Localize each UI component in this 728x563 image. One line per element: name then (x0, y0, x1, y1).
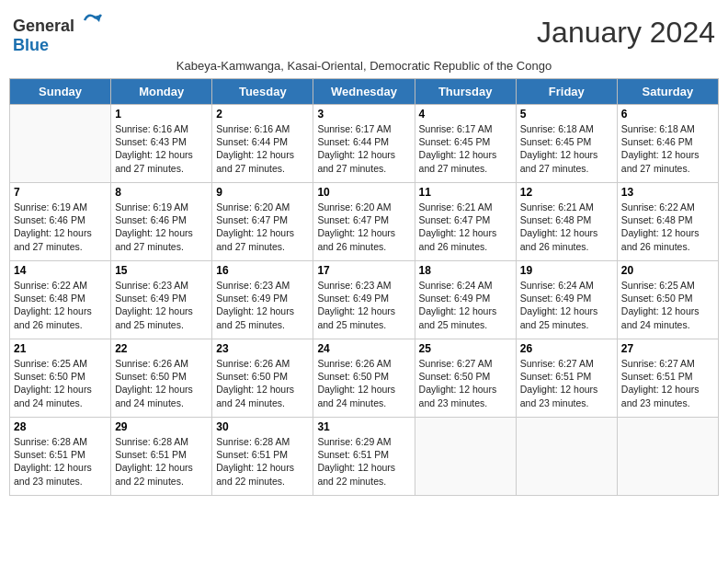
day-number: 13 (621, 186, 714, 199)
calendar-cell: 12Sunrise: 6:21 AM Sunset: 6:48 PM Dayli… (516, 183, 617, 261)
day-info: Sunrise: 6:24 AM Sunset: 6:49 PM Dayligh… (419, 279, 512, 331)
calendar-cell: 25Sunrise: 6:27 AM Sunset: 6:50 PM Dayli… (415, 339, 516, 418)
calendar-cell: 8Sunrise: 6:19 AM Sunset: 6:46 PM Daylig… (111, 183, 212, 261)
day-info: Sunrise: 6:26 AM Sunset: 6:50 PM Dayligh… (216, 357, 309, 409)
day-number: 2 (216, 108, 309, 121)
day-number: 7 (14, 186, 107, 199)
day-number: 16 (216, 264, 309, 277)
calendar-week-3: 14Sunrise: 6:22 AM Sunset: 6:48 PM Dayli… (10, 261, 719, 339)
logo-icon (81, 9, 103, 31)
calendar-cell: 3Sunrise: 6:17 AM Sunset: 6:44 PM Daylig… (313, 105, 415, 183)
logo-blue: Blue (13, 36, 49, 54)
calendar-cell: 4Sunrise: 6:17 AM Sunset: 6:45 PM Daylig… (415, 105, 516, 183)
calendar-cell: 16Sunrise: 6:23 AM Sunset: 6:49 PM Dayli… (212, 261, 313, 339)
day-number: 9 (216, 186, 309, 199)
day-number: 24 (317, 342, 410, 355)
calendar-cell: 13Sunrise: 6:22 AM Sunset: 6:48 PM Dayli… (617, 183, 718, 261)
day-number: 22 (115, 342, 208, 355)
calendar-cell (10, 105, 111, 183)
day-info: Sunrise: 6:28 AM Sunset: 6:51 PM Dayligh… (115, 435, 208, 488)
calendar-cell: 1Sunrise: 6:16 AM Sunset: 6:43 PM Daylig… (111, 105, 212, 183)
calendar-cell: 19Sunrise: 6:24 AM Sunset: 6:49 PM Dayli… (516, 261, 617, 339)
calendar-cell: 18Sunrise: 6:24 AM Sunset: 6:49 PM Dayli… (415, 261, 516, 339)
day-info: Sunrise: 6:28 AM Sunset: 6:51 PM Dayligh… (14, 435, 107, 488)
day-info: Sunrise: 6:27 AM Sunset: 6:51 PM Dayligh… (520, 357, 613, 409)
calendar-cell: 11Sunrise: 6:21 AM Sunset: 6:47 PM Dayli… (415, 183, 516, 261)
day-info: Sunrise: 6:20 AM Sunset: 6:47 PM Dayligh… (216, 201, 309, 253)
calendar-cell: 6Sunrise: 6:18 AM Sunset: 6:46 PM Daylig… (617, 105, 718, 183)
calendar-cell: 30Sunrise: 6:28 AM Sunset: 6:51 PM Dayli… (212, 418, 313, 496)
day-header-tuesday: Tuesday (212, 79, 313, 105)
day-number: 8 (115, 186, 208, 199)
calendar-cell: 17Sunrise: 6:23 AM Sunset: 6:49 PM Dayli… (313, 261, 415, 339)
day-info: Sunrise: 6:16 AM Sunset: 6:44 PM Dayligh… (216, 122, 309, 175)
day-info: Sunrise: 6:20 AM Sunset: 6:47 PM Dayligh… (317, 201, 410, 253)
logo: General Blue (13, 9, 103, 55)
day-info: Sunrise: 6:23 AM Sunset: 6:49 PM Dayligh… (216, 279, 309, 331)
header: General Blue January 2024 (9, 9, 719, 55)
day-number: 19 (520, 264, 613, 277)
day-header-saturday: Saturday (617, 79, 718, 105)
day-info: Sunrise: 6:16 AM Sunset: 6:43 PM Dayligh… (115, 122, 208, 175)
day-info: Sunrise: 6:21 AM Sunset: 6:48 PM Dayligh… (520, 201, 613, 253)
calendar-cell: 31Sunrise: 6:29 AM Sunset: 6:51 PM Dayli… (313, 418, 415, 496)
day-header-wednesday: Wednesday (313, 79, 415, 105)
day-number: 23 (216, 342, 309, 355)
calendar-cell (415, 418, 516, 496)
day-info: Sunrise: 6:26 AM Sunset: 6:50 PM Dayligh… (115, 357, 208, 409)
calendar-cell: 5Sunrise: 6:18 AM Sunset: 6:45 PM Daylig… (516, 105, 617, 183)
calendar-cell: 29Sunrise: 6:28 AM Sunset: 6:51 PM Dayli… (111, 418, 212, 496)
day-number: 10 (317, 186, 410, 199)
day-info: Sunrise: 6:23 AM Sunset: 6:49 PM Dayligh… (115, 279, 208, 331)
calendar-cell: 23Sunrise: 6:26 AM Sunset: 6:50 PM Dayli… (212, 339, 313, 418)
day-number: 6 (621, 108, 714, 121)
day-number: 17 (317, 264, 410, 277)
day-info: Sunrise: 6:23 AM Sunset: 6:49 PM Dayligh… (317, 279, 410, 331)
calendar-cell: 26Sunrise: 6:27 AM Sunset: 6:51 PM Dayli… (516, 339, 617, 418)
day-number: 1 (115, 108, 208, 121)
day-info: Sunrise: 6:27 AM Sunset: 6:51 PM Dayligh… (621, 357, 714, 409)
day-info: Sunrise: 6:22 AM Sunset: 6:48 PM Dayligh… (621, 201, 714, 253)
day-header-friday: Friday (516, 79, 617, 105)
calendar-cell: 27Sunrise: 6:27 AM Sunset: 6:51 PM Dayli… (617, 339, 718, 418)
day-number: 29 (115, 420, 208, 433)
day-info: Sunrise: 6:29 AM Sunset: 6:51 PM Dayligh… (317, 435, 410, 488)
calendar-cell (617, 418, 718, 496)
day-info: Sunrise: 6:26 AM Sunset: 6:50 PM Dayligh… (317, 357, 410, 409)
day-number: 14 (14, 264, 107, 277)
calendar-cell: 9Sunrise: 6:20 AM Sunset: 6:47 PM Daylig… (212, 183, 313, 261)
day-info: Sunrise: 6:19 AM Sunset: 6:46 PM Dayligh… (14, 201, 107, 253)
day-number: 20 (621, 264, 714, 277)
calendar-cell: 7Sunrise: 6:19 AM Sunset: 6:46 PM Daylig… (10, 183, 111, 261)
day-header-sunday: Sunday (10, 79, 111, 105)
day-info: Sunrise: 6:25 AM Sunset: 6:50 PM Dayligh… (621, 279, 714, 331)
day-info: Sunrise: 6:25 AM Sunset: 6:50 PM Dayligh… (14, 357, 107, 409)
calendar-week-5: 28Sunrise: 6:28 AM Sunset: 6:51 PM Dayli… (10, 418, 719, 496)
day-info: Sunrise: 6:18 AM Sunset: 6:46 PM Dayligh… (621, 122, 714, 175)
day-info: Sunrise: 6:21 AM Sunset: 6:47 PM Dayligh… (419, 201, 512, 253)
day-info: Sunrise: 6:17 AM Sunset: 6:44 PM Dayligh… (317, 122, 410, 175)
day-number: 4 (419, 108, 512, 121)
day-number: 12 (520, 186, 613, 199)
calendar-cell: 15Sunrise: 6:23 AM Sunset: 6:49 PM Dayli… (111, 261, 212, 339)
day-number: 31 (317, 420, 410, 433)
day-info: Sunrise: 6:18 AM Sunset: 6:45 PM Dayligh… (520, 122, 613, 175)
day-number: 18 (419, 264, 512, 277)
calendar-cell: 24Sunrise: 6:26 AM Sunset: 6:50 PM Dayli… (313, 339, 415, 418)
day-info: Sunrise: 6:22 AM Sunset: 6:48 PM Dayligh… (14, 279, 107, 331)
calendar-week-4: 21Sunrise: 6:25 AM Sunset: 6:50 PM Dayli… (10, 339, 719, 418)
month-title: January 2024 (537, 16, 715, 50)
calendar-cell: 21Sunrise: 6:25 AM Sunset: 6:50 PM Dayli… (10, 339, 111, 418)
day-info: Sunrise: 6:19 AM Sunset: 6:46 PM Dayligh… (115, 201, 208, 253)
calendar-cell: 20Sunrise: 6:25 AM Sunset: 6:50 PM Dayli… (617, 261, 718, 339)
calendar-week-2: 7Sunrise: 6:19 AM Sunset: 6:46 PM Daylig… (10, 183, 719, 261)
day-number: 30 (216, 420, 309, 433)
day-number: 28 (14, 420, 107, 433)
calendar-cell: 14Sunrise: 6:22 AM Sunset: 6:48 PM Dayli… (10, 261, 111, 339)
day-header-thursday: Thursday (415, 79, 516, 105)
calendar: SundayMondayTuesdayWednesdayThursdayFrid… (9, 78, 719, 496)
day-info: Sunrise: 6:28 AM Sunset: 6:51 PM Dayligh… (216, 435, 309, 488)
day-number: 21 (14, 342, 107, 355)
day-number: 15 (115, 264, 208, 277)
calendar-body: 1Sunrise: 6:16 AM Sunset: 6:43 PM Daylig… (10, 105, 719, 496)
